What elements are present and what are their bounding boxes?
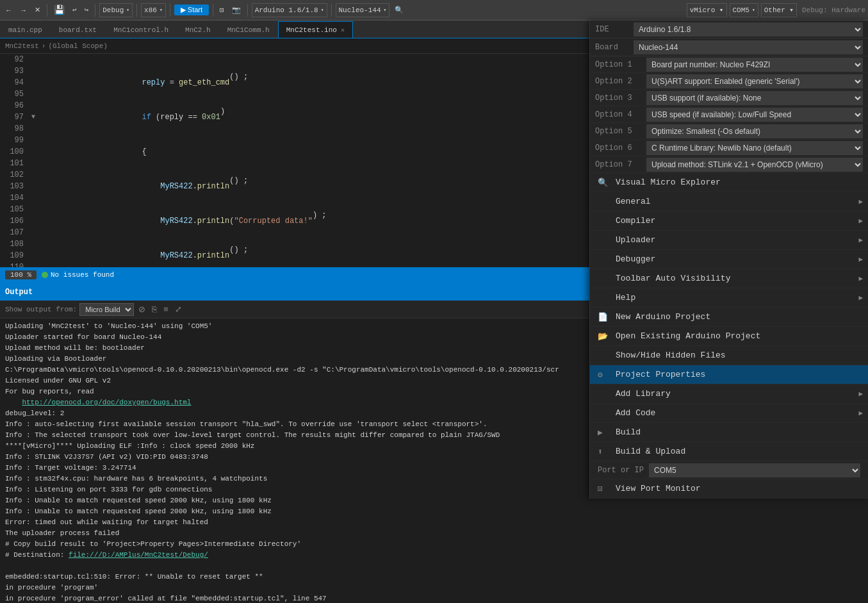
output-link-line: # Destination: file:///D:/AMPlus/MnC2tes…	[5, 550, 863, 561]
tab-board-txt[interactable]: board.txt	[51, 21, 105, 38]
bugs-link[interactable]: http://openocd.org/doc/doxygen/bugs.html	[22, 399, 191, 406]
tab-label: MnC2.h	[185, 26, 211, 34]
port-select[interactable]: COM5	[649, 463, 860, 477]
ide-config-row: IDE Arduino 1.6/1.8	[590, 21, 868, 38]
add-library-arrow: ▶	[858, 390, 863, 398]
tab-mnc1comm[interactable]: MnC1Comm.h	[219, 21, 278, 38]
ide-select[interactable]: Arduino 1.6/1.8	[634, 22, 863, 37]
menu-add-library[interactable]: Add Library ▶	[590, 384, 868, 404]
save-icons: 💾	[51, 3, 67, 17]
menu-project-properties[interactable]: ⚙ Project Properties	[590, 365, 868, 384]
menu-new-arduino-project[interactable]: 📄 New Arduino Project	[590, 308, 868, 327]
ln-97: 97	[0, 112, 24, 123]
config-dropdown[interactable]: Debug ▾	[99, 3, 133, 17]
menu-help[interactable]: Help ▶	[590, 288, 868, 308]
output-wrap-button[interactable]: ≡	[161, 304, 170, 315]
debug-label: Debug: Hardware	[802, 6, 865, 14]
board-select[interactable]: Nucleo-144	[634, 40, 863, 54]
config-arrow: ▾	[126, 7, 129, 13]
menu-build[interactable]: ▶ Build	[590, 423, 868, 442]
menu-label: Debugger	[616, 254, 655, 264]
ln-99: 99	[0, 135, 24, 146]
start-button[interactable]: ▶ Start	[174, 4, 209, 15]
arduino-arrow: ▾	[321, 7, 324, 13]
vmicro-dropdown[interactable]: vMicro ▾	[687, 3, 727, 17]
output-copy-button[interactable]: ⎘	[150, 304, 159, 315]
option-2-select[interactable]: U(S)ART support: Enabled (generic 'Seria…	[646, 74, 863, 88]
menu-label: Build & Upload	[616, 447, 685, 456]
ln-103: 103	[0, 181, 24, 192]
board-label: Nucleo-144	[339, 6, 381, 14]
build-upload-icon: ⬆	[598, 447, 610, 457]
output-clear-button[interactable]: ⊘	[136, 304, 147, 315]
ln-92: 92	[0, 54, 24, 65]
ln-105: 105	[0, 204, 24, 215]
ln-102: 102	[0, 169, 24, 181]
option-row-3: Option 3 USB support (if available): Non…	[590, 90, 868, 106]
option-6-select[interactable]: C Runtime Library: Newlib Nano (default)	[646, 141, 863, 155]
zoom-level[interactable]: 100 %	[5, 270, 37, 279]
menu-label: Visual Micro Explorer	[616, 178, 721, 187]
menu-uploader[interactable]: Uploader ▶	[590, 231, 868, 250]
option-4-select[interactable]: USB speed (if available): Low/Full Speed	[646, 108, 863, 122]
separator-1	[47, 4, 47, 17]
destination-link[interactable]: file:///D:/AMPlus/MnC2test/Debug/	[69, 551, 208, 559]
attach-button[interactable]: ⊡	[217, 4, 227, 15]
menu-label: Project Properties	[616, 370, 705, 379]
coms-dropdown[interactable]: COM5 ▾	[730, 3, 758, 17]
menu-view-port-monitor[interactable]: ⊡ View Port Monitor	[590, 479, 868, 499]
help-arrow: ▶	[858, 293, 863, 302]
ln-104: 104	[0, 192, 24, 204]
output-expand-button[interactable]: ⤢	[173, 304, 184, 315]
option-row-1: Option 1 Board part number: Nucleo F429Z…	[590, 56, 868, 73]
menu-label: General	[616, 197, 651, 206]
add-code-arrow: ▶	[858, 409, 863, 417]
option-row-7: Option 7 Upload method: STLink v2.1 + Op…	[590, 156, 868, 173]
menu-debugger[interactable]: Debugger ▶	[590, 250, 868, 269]
undo-icon: ↩	[70, 4, 79, 15]
port-label: Port or IP	[598, 466, 649, 475]
option-1-select[interactable]: Board part number: Nucleo F429ZI	[646, 58, 863, 72]
arduino-dropdown[interactable]: Arduino 1.6/1.8 ▾	[252, 3, 327, 17]
forward-button[interactable]: →	[17, 5, 29, 15]
menu-compiler[interactable]: Compiler ▶	[590, 211, 868, 231]
board-dropdown[interactable]: Nucleo-144 ▾	[336, 3, 390, 17]
tab-mnc2[interactable]: MnC2.h	[177, 21, 219, 38]
menu-show-hide-hidden-files[interactable]: Show/Hide Hidden Files	[590, 346, 868, 365]
option-6-label: Option 6	[595, 144, 646, 153]
platform-dropdown[interactable]: x86 ▾	[141, 3, 166, 17]
tab-mnc2test[interactable]: MnC2test.ino ✕	[278, 21, 353, 38]
debugger-arrow: ▶	[858, 255, 863, 263]
output-line: embedded:startup.tcl:510: Error: ** Unab…	[5, 572, 863, 582]
output-source-select[interactable]: Micro Build	[79, 303, 134, 316]
output-source-label: Show output from:	[5, 306, 77, 313]
ln-109: 109	[0, 250, 24, 261]
menu-open-existing-arduino-project[interactable]: 📂 Open Existing Arduino Project	[590, 327, 868, 346]
close-tab-icon[interactable]: ✕	[341, 26, 345, 34]
other-dropdown[interactable]: Other ▾	[761, 3, 797, 17]
ide-label: IDE	[595, 25, 634, 34]
menu-label: New Arduino Project	[616, 312, 710, 322]
close-button[interactable]: ✕	[32, 4, 43, 15]
tab-label: board.txt	[59, 26, 97, 34]
menu-toolbar-auto-visibility[interactable]: Toolbar Auto Visibility ▶	[590, 269, 868, 288]
no-issues-label: No issues found	[51, 271, 114, 279]
general-arrow: ▶	[858, 197, 863, 206]
search-icon[interactable]: 🔍	[392, 4, 406, 15]
output-line: in procedure 'program_error' called at f…	[5, 593, 863, 603]
menu-label: Open Existing Arduino Project	[616, 331, 760, 341]
tab-mnc1control[interactable]: MnC1control.h	[105, 21, 177, 38]
option-3-select[interactable]: USB support (if available): None	[646, 91, 863, 105]
line-numbers: 92 93 94 95 96 97 98 99 100 101 102 103 …	[0, 54, 29, 267]
menu-visual-micro-explorer[interactable]: 🔍 Visual Micro Explorer	[590, 173, 868, 192]
option-5-select[interactable]: Optimize: Smallest (-Os default)	[646, 124, 863, 138]
menu-add-code[interactable]: Add Code ▶	[590, 404, 868, 423]
tab-main-cpp[interactable]: main.cpp	[0, 21, 51, 38]
config-label: Debug	[102, 6, 124, 14]
menu-general[interactable]: General ▶	[590, 192, 868, 211]
menu-build-upload[interactable]: ⬆ Build & Upload	[590, 442, 868, 461]
option-7-select[interactable]: Upload method: STLink v2.1 + OpenOCD (vM…	[646, 158, 863, 172]
option-2-label: Option 2	[595, 77, 646, 86]
back-button[interactable]: ←	[3, 5, 15, 15]
output-line: Error: timed out while waiting for targe…	[5, 517, 863, 528]
